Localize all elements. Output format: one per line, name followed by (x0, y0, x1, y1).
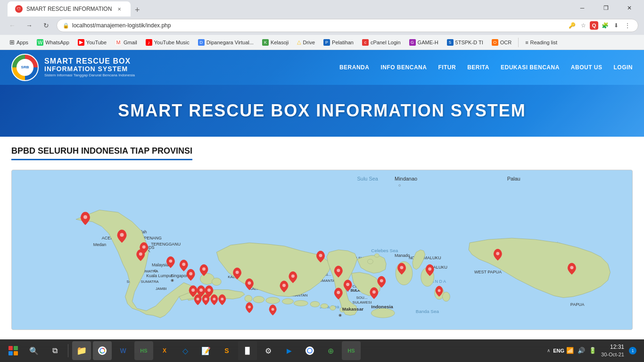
file-explorer-button[interactable]: 📁 (72, 341, 91, 360)
system-tray: ENG 📶 🔊 🔋 (554, 346, 597, 355)
xampp-button[interactable]: X (155, 341, 174, 360)
windows-logo-icon (8, 346, 18, 355)
svg-point-63 (294, 300, 308, 306)
pelatihan-icon: P (323, 39, 330, 46)
svg-point-92 (248, 281, 251, 285)
bookmark-kelasoji[interactable]: K Kelasoji (258, 38, 293, 47)
notepad-button[interactable]: 📝 (197, 341, 215, 360)
apps-label: Apps (17, 40, 28, 45)
key-icon[interactable]: 🔑 (567, 21, 577, 30)
nav-login[interactable]: LOGIN (614, 64, 633, 71)
svg-point-89 (248, 305, 251, 308)
map-container[interactable]: Sulu Sea Mindanao ○ Palau Java Sea Banda… (11, 170, 633, 330)
bookmark-cpanel[interactable]: c cPanel Login (358, 38, 405, 47)
chrome-button-2[interactable] (300, 341, 319, 360)
lang-icon[interactable]: ENG (554, 346, 563, 355)
media-player-button[interactable]: ▶ (280, 341, 298, 360)
ytmusic-icon: ♪ (146, 39, 152, 46)
address-box[interactable]: 🔒 localhost/manajemen-logistik/index.php… (57, 19, 638, 32)
plugin-button[interactable]: ⊕ (321, 341, 340, 360)
terminal-button[interactable]: ▉ (238, 341, 257, 360)
svg-point-110 (100, 349, 104, 353)
url-text: localhost/manajemen-logistik/index.php (72, 22, 564, 29)
hotspot-button-2[interactable]: HS (342, 341, 361, 360)
bookmark-apps[interactable]: ⊞ Apps (6, 38, 32, 47)
task-view-button[interactable]: ⧉ (45, 341, 64, 360)
svg-text:Banda Sea: Banda Sea (416, 309, 439, 314)
tab-title: SMART RESCUE INFORMATION (26, 6, 112, 12)
nav-beranda[interactable]: BERANDA (339, 64, 370, 71)
volume-icon[interactable]: 🔊 (577, 346, 586, 355)
svg-text:TERENGGANU: TERENGGANU (151, 242, 181, 247)
extension-down-icon[interactable]: ⬇ (611, 21, 621, 30)
svg-point-94 (291, 274, 295, 278)
logo-inner: SRB (17, 59, 33, 76)
forward-button[interactable]: → (23, 19, 36, 32)
ocr-icon: O (492, 39, 498, 46)
bookmark-star-icon[interactable]: ☆ (578, 21, 588, 30)
tab-close-button[interactable]: ✕ (116, 5, 123, 13)
bookmark-pelatihan[interactable]: P Pelatihan (320, 38, 357, 47)
new-tab-button[interactable]: + (131, 3, 144, 16)
svg-text:JAMBI: JAMBI (156, 287, 166, 291)
cpanel-icon: c (362, 39, 369, 46)
extension-puzzle-icon[interactable]: 🧩 (600, 21, 610, 30)
chrome-button[interactable] (93, 341, 112, 360)
word-button[interactable]: W (114, 341, 132, 360)
minimize-button[interactable]: ─ (571, 0, 593, 16)
settings-button[interactable]: ⚙ (259, 341, 278, 360)
nav-info-bencana[interactable]: INFO BENCANA (380, 64, 427, 71)
wifi-icon[interactable]: 📶 (565, 346, 575, 355)
nav-fitur[interactable]: FITUR (438, 64, 456, 71)
nav-about-us[interactable]: ABOUT US (571, 64, 603, 71)
restore-button[interactable]: ❐ (595, 0, 617, 16)
logo-line1: SMART RESCUE BOX (44, 57, 135, 66)
menu-icon[interactable]: ⋮ (623, 21, 632, 30)
battery-icon[interactable]: 🔋 (588, 346, 597, 355)
nav-edukasi-bencana[interactable]: EDUKASI BENCANA (501, 64, 560, 71)
notification-badge[interactable]: 1 (629, 347, 636, 354)
bookmark-youtube[interactable]: ▶ YouTube (74, 38, 110, 47)
reload-button[interactable]: ↻ (40, 19, 53, 32)
svg-point-98 (337, 291, 340, 294)
bookmark-drive[interactable]: △ Drive (293, 38, 319, 46)
vscode-button[interactable]: ◇ (176, 341, 195, 360)
svg-point-59 (245, 295, 252, 302)
gameh-icon: G (409, 39, 416, 46)
svg-point-95 (319, 254, 322, 257)
whatsapp-icon: W (37, 39, 43, 46)
svg-point-66 (330, 305, 336, 310)
svg-point-102 (428, 267, 431, 271)
close-button[interactable]: ✕ (619, 0, 640, 16)
nav-berita[interactable]: BERITA (467, 64, 489, 71)
svg-point-58 (371, 308, 395, 318)
gameh-label: GAME-H (418, 40, 438, 45)
svg-point-82 (191, 288, 195, 292)
site-nav: SRB SMART RESCUE BOX INFORMATION SYSTEM … (0, 50, 644, 85)
bookmark-dipanegara[interactable]: D Dipanegara Virtual... (194, 38, 257, 47)
svg-text:◉: ◉ (171, 278, 174, 282)
svg-point-61 (266, 297, 280, 304)
active-tab[interactable]: 🛡 SMART RESCUE INFORMATION ✕ (8, 1, 131, 16)
svg-point-78 (169, 259, 172, 263)
hotspot-button[interactable]: HS (134, 341, 153, 360)
extension-qi-icon[interactable]: Q (590, 21, 598, 30)
youtube-icon: ▶ (78, 39, 84, 46)
bookmark-gameh[interactable]: G GAME-H (405, 38, 442, 47)
bookmark-reading-list[interactable]: ≡ Reading list (521, 39, 561, 46)
tab-bar: 🛡 SMART RESCUE INFORMATION ✕ + (4, 0, 571, 16)
clock-area[interactable]: 12:31 30-Oct-21 (601, 344, 624, 358)
system-tray-expand[interactable]: ∧ (547, 348, 550, 353)
bookmark-whatsapp[interactable]: W WhatsApp (33, 38, 73, 47)
bookmark-ocr[interactable]: O OCR (488, 38, 515, 47)
gmail-label: Gmail (124, 40, 137, 45)
bookmark-5tspk[interactable]: 5 5TSPK-D TI (443, 38, 487, 47)
sublime-button[interactable]: S (217, 341, 236, 360)
bookmark-gmail[interactable]: M Gmail (111, 38, 141, 47)
bookmark-ytmusic[interactable]: ♪ YouTube Music (142, 38, 193, 47)
back-button[interactable]: ← (6, 19, 19, 32)
svg-point-69 (212, 278, 221, 286)
search-button[interactable]: 🔍 (25, 341, 43, 360)
kelasoji-icon: K (262, 39, 269, 46)
start-button[interactable] (4, 341, 23, 360)
